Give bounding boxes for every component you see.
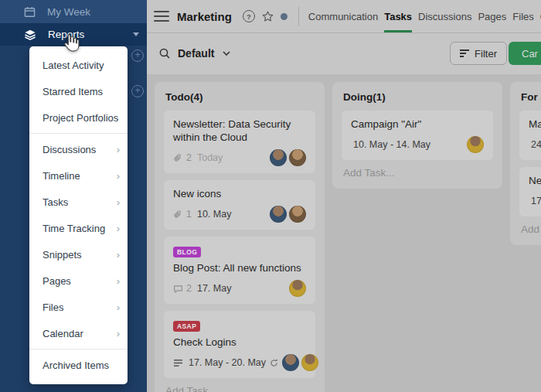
assignee-avatars: [282, 354, 318, 371]
task-card[interactable]: New icons110. May: [164, 180, 315, 230]
menu-item-label: Calendar: [43, 328, 83, 339]
help-icon[interactable]: ?: [243, 10, 255, 22]
task-title: New: [529, 174, 541, 187]
submenu-chevron-icon: ›: [117, 144, 120, 155]
chevron-down-icon[interactable]: [223, 51, 230, 56]
reports-layers-icon: [24, 29, 36, 40]
toolbar: Default Filter Car: [147, 33, 541, 73]
task-title: New icons: [173, 187, 306, 200]
menu-item-timeline[interactable]: Timeline›: [29, 162, 128, 189]
avatar[interactable]: [289, 149, 306, 166]
star-icon[interactable]: [261, 10, 274, 23]
task-card[interactable]: BLOGBlog Post: All new functions217. May: [164, 237, 315, 304]
recurring-icon: [269, 358, 279, 368]
task-meta: 217. May: [173, 280, 306, 297]
menu-item-project-portfolios[interactable]: Project Portfolios: [29, 104, 128, 131]
menu-divider: [29, 133, 128, 134]
avatar[interactable]: [270, 149, 287, 166]
filter-button[interactable]: Filter: [450, 42, 507, 65]
menu-item-calendar[interactable]: Calendar›: [29, 320, 128, 346]
add-project-button[interactable]: +: [131, 85, 144, 97]
assignee-avatars: [467, 136, 484, 153]
avatar[interactable]: [467, 136, 484, 153]
avatar[interactable]: [301, 354, 318, 371]
filter-icon: [460, 49, 469, 57]
menu-item-discussions[interactable]: Discussions›: [29, 136, 128, 162]
search-icon[interactable]: [158, 47, 171, 60]
task-meta: 2Today: [173, 149, 306, 166]
avatar[interactable]: [270, 206, 287, 223]
avatar[interactable]: [289, 280, 306, 297]
card-view-button-label: Car: [522, 48, 538, 60]
menu-item-latest-activity[interactable]: Latest Activity: [29, 52, 128, 78]
menu-item-label: Timeline: [43, 170, 80, 182]
task-card[interactable]: Mark24. M: [519, 111, 541, 160]
task-card[interactable]: Newsletter: Data Security within the Clo…: [164, 111, 315, 173]
tab-files[interactable]: Files: [512, 0, 533, 32]
menu-item-label: Pages: [43, 275, 71, 287]
add-task-button[interactable]: Add T: [521, 223, 541, 235]
sidebar-toggle-icon[interactable]: [154, 11, 169, 22]
paperclip-icon: [173, 210, 183, 220]
menu-divider: [29, 349, 128, 349]
submenu-chevron-icon: ›: [117, 196, 120, 208]
avatar[interactable]: [282, 354, 299, 371]
task-board: Todo(4)Newsletter: Data Security within …: [147, 74, 541, 392]
view-selector[interactable]: Default: [178, 47, 214, 60]
menu-item-archived-items[interactable]: Archived Items: [29, 352, 128, 378]
menu-item-label: Tasks: [43, 196, 68, 208]
card-view-button[interactable]: Car: [509, 42, 541, 65]
project-title: Marketing: [177, 10, 232, 23]
project-color-dot: [281, 13, 288, 20]
add-project-button[interactable]: +: [131, 49, 144, 62]
task-title: Mark: [529, 118, 541, 131]
menu-item-snippets[interactable]: Snippets›: [29, 241, 128, 268]
column-header: For ap: [521, 91, 541, 103]
paperclip-icon: [173, 153, 183, 163]
tabs: CommunicationTasksDiscussionsPagesFilesC…: [308, 0, 541, 32]
task-title: Check Logins: [173, 336, 306, 349]
assignee-avatars: [270, 149, 306, 166]
column-doing-1: Doing(1)Campaign "Air"10. May - 14. MayA…: [332, 82, 502, 189]
label-pill: ASAP: [173, 321, 200, 332]
task-card[interactable]: Campaign "Air"10. May - 14. May: [342, 111, 493, 160]
add-task-button[interactable]: Add Task...: [165, 385, 315, 392]
tab-discussions[interactable]: Discussions: [418, 0, 471, 32]
task-card[interactable]: ASAPCheck Logins17. May - 20. May: [164, 311, 315, 378]
due-date: 17. May - 20. May: [189, 357, 266, 368]
menu-item-pages[interactable]: Pages›: [29, 268, 128, 294]
task-title: Blog Post: All new functions: [173, 261, 306, 274]
sidebar-item-label: Reports: [48, 29, 84, 40]
calendar-icon: [24, 6, 36, 18]
tab-pages[interactable]: Pages: [478, 0, 506, 32]
task-meta: 10. May - 14. May: [351, 136, 484, 153]
submenu-chevron-icon: ›: [117, 302, 120, 313]
avatar[interactable]: [289, 206, 306, 223]
menu-item-label: Time Tracking: [43, 223, 105, 234]
menu-item-files[interactable]: Files›: [29, 294, 128, 320]
task-meta: 110. May: [173, 206, 306, 223]
attachment-count: 1: [186, 209, 192, 220]
task-card[interactable]: New17. M: [519, 167, 541, 216]
task-meta: 24. M: [529, 136, 541, 153]
column-todo-4: Todo(4)Newsletter: Data Security within …: [155, 82, 325, 392]
add-task-button[interactable]: Add Task...: [343, 167, 493, 179]
tab-communication[interactable]: Communication: [308, 0, 378, 32]
menu-item-tasks[interactable]: Tasks›: [29, 189, 128, 215]
menu-item-label: Snippets: [43, 249, 82, 261]
due-date: 24. M: [531, 139, 541, 150]
task-meta: 17. May - 20. May: [173, 354, 306, 371]
tab-tasks[interactable]: Tasks: [384, 0, 412, 32]
notes-icon: [173, 359, 183, 367]
due-date: 17. May: [197, 283, 231, 294]
menu-item-label: Project Portfolios: [43, 112, 118, 124]
sidebar-item-reports[interactable]: Reports: [0, 23, 147, 46]
menu-item-time-tracking[interactable]: Time Tracking›: [29, 215, 128, 241]
chevron-down-icon: [133, 32, 139, 36]
project-header: Marketing ? CommunicationTasksDiscussion…: [147, 0, 541, 33]
menu-item-starred-items[interactable]: Starred Items: [29, 78, 128, 104]
attachment-count: 2: [186, 283, 192, 294]
column-header: Doing(1): [343, 91, 493, 103]
submenu-chevron-icon: ›: [117, 328, 120, 339]
sidebar-item-my-week[interactable]: My Week: [0, 0, 147, 23]
